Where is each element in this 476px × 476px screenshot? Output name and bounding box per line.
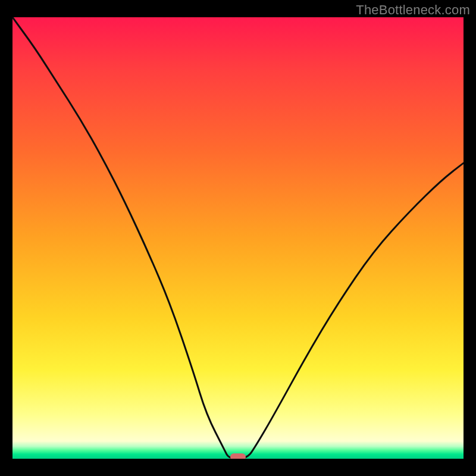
bottleneck-curve [12,17,464,459]
chart-frame: TheBottleneck.com [0,0,476,476]
watermark-text: TheBottleneck.com [356,2,470,18]
curve-svg [12,17,464,459]
plot-area [12,17,464,459]
optimum-marker [230,453,246,459]
